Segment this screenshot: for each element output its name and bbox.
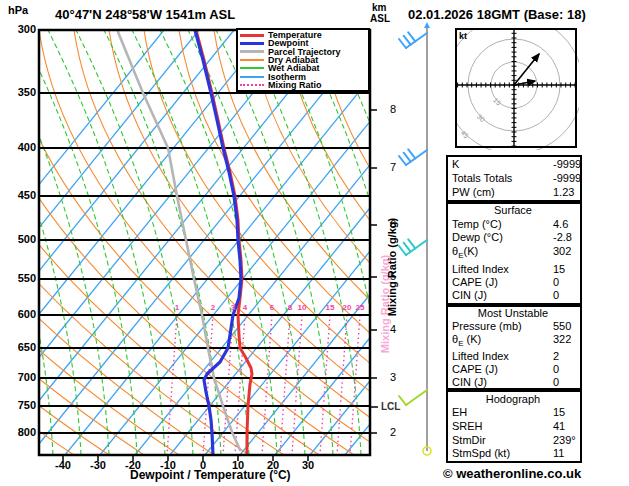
pressure-tick-label: 750 [18, 399, 36, 411]
table-row-label: StmDir [452, 434, 486, 447]
temp-tick-label: 30 [302, 459, 314, 471]
mixing-ratio-value-label: 2 [211, 303, 215, 312]
wind-barb-staff [406, 240, 427, 255]
wind-barb-feather [408, 149, 415, 158]
mixing-ratio-value-label: 15 [326, 303, 335, 312]
table-row-label: Lifted Index [452, 263, 509, 276]
legend-line-sample [240, 34, 264, 37]
table-row: Lifted Index2 [452, 350, 580, 363]
table-row-label: Pressure (mb) [452, 320, 522, 333]
temp-tick-label: -30 [90, 459, 106, 471]
table-row: θE(K)302 [452, 245, 580, 262]
table-row: CAPE (J)0 [452, 276, 580, 289]
table-row-label: SREH [452, 420, 483, 433]
pressure-tick-label: 500 [18, 233, 36, 245]
credit-footer: © weatheronline.co.uk [443, 466, 581, 481]
indices-table: HodographEH15SREH41StmDir239°StmSpd (kt)… [446, 390, 582, 463]
table-row: Lifted Index15 [452, 263, 580, 276]
table-row-value: 550 [553, 320, 571, 333]
lcl-label: LCL [381, 401, 400, 412]
table-row-label: Dewp (°C) [452, 231, 503, 244]
table-row: Totals Totals-9999 [452, 172, 580, 185]
table-row-value: -9999 [553, 172, 581, 185]
wind-barb-feather [404, 36, 411, 45]
temp-tick-label: -40 [55, 459, 71, 471]
table-row-label: CIN (J) [452, 376, 487, 389]
table-row-value: 1.23 [553, 186, 574, 199]
mixing-ratio-value-label: 20 [343, 303, 352, 312]
legend: TemperatureDewpointParcel TrajectoryDry … [236, 28, 370, 92]
km-tick-label: 2 [390, 426, 396, 438]
indices-table: Most UnstablePressure (mb)550θE (K)322Li… [446, 305, 582, 390]
theta-e-subscript: E [458, 339, 463, 348]
mixing-ratio-value-label: 6 [270, 303, 274, 312]
theta-e-subscript: E [458, 251, 463, 260]
wind-barb-staff [406, 33, 427, 48]
table-row: EH15 [452, 406, 580, 419]
table-row: CAPE (J)0 [452, 363, 580, 376]
wind-barb [399, 149, 427, 165]
mixing-ratio-value-label: 8 [288, 303, 292, 312]
pressure-tick-label: 800 [18, 426, 36, 438]
table-row-value: -2.8 [553, 231, 572, 244]
table-row-value: 0 [553, 363, 559, 376]
upper-wind-vector [514, 54, 539, 85]
legend-item: Mixing Ratio [240, 81, 366, 89]
hodograph: 153045kt [455, 28, 579, 150]
table-row-label: θE (K) [452, 333, 481, 350]
table-row: CIN (J)0 [452, 376, 580, 389]
km-axis-label: km [372, 2, 386, 13]
table-row-value: 4.6 [553, 218, 568, 231]
table-row-label: θE(K) [452, 245, 478, 262]
table-row-value: 15 [553, 406, 565, 419]
pressure-tick-label: 400 [18, 141, 36, 153]
table-row-value: 302 [553, 245, 571, 258]
wind-barb-feather [408, 32, 415, 41]
table-row-label: PW (cm) [452, 186, 495, 199]
hodograph-unit-label: kt [459, 31, 467, 41]
table-row-value: 11 [553, 447, 564, 460]
table-row: Temp (°C)4.6 [452, 218, 580, 231]
legend-line-sample [240, 59, 264, 61]
wind-barb [399, 390, 427, 405]
km-tick-label: 8 [390, 103, 396, 115]
valid-date-label: 02.01.2026 18GMT (Base: 18) [408, 7, 586, 22]
wind-barb-staff [406, 390, 427, 405]
mixing-ratio-value-label: 10 [298, 303, 307, 312]
mixing-ratio-value-label: 3 [231, 303, 235, 312]
table-row-label: Totals Totals [452, 172, 512, 185]
table-row-value: 0 [553, 276, 559, 289]
x-axis-title: Dewpoint / Temperature (°C) [130, 468, 291, 482]
hodograph-ring-label: 45 [460, 129, 471, 140]
legend-line-sample [240, 76, 264, 78]
table-row-label: Lifted Index [452, 350, 509, 363]
table-row: Pressure (mb)550 [452, 320, 580, 333]
indices-table: SurfaceTemp (°C)4.6Dewp (°C)-2.8θE(K)302… [446, 202, 582, 305]
legend-line-sample [240, 84, 264, 86]
pressure-unit-label: hPa [8, 4, 28, 16]
table-row-value: 0 [553, 289, 559, 302]
table-row-label: CAPE (J) [452, 276, 498, 289]
table-row: StmDir239° [452, 434, 580, 447]
table-row: K-9999 [452, 158, 580, 171]
wind-barb [399, 239, 427, 255]
legend-item-label: Mixing Ratio [268, 81, 322, 89]
mixing-ratio-value-label: 25 [356, 303, 365, 312]
wind-barb-staff [406, 150, 427, 165]
mixing-ratio-axis-label: Mixing Ratio (g/kg) [386, 197, 398, 337]
wind-barb-feather [404, 243, 411, 252]
legend-line-sample [240, 50, 264, 53]
table-row: SREH41 [452, 420, 580, 433]
wind-barb-feather [399, 39, 406, 48]
pressure-tick-label: 350 [18, 86, 36, 98]
pressure-tick-label: 300 [18, 23, 36, 35]
hodograph-ring-label: 15 [492, 96, 503, 107]
table-row-value: 2 [553, 350, 559, 363]
asl-axis-label: ASL [370, 13, 390, 24]
table-section-header: Surface [452, 204, 580, 217]
pressure-tick-label: 450 [18, 189, 36, 201]
hodograph-ring [455, 28, 579, 150]
wind-barb-feather [404, 153, 411, 162]
wind-barb-feather [408, 239, 415, 248]
table-row-value: 239° [553, 434, 576, 447]
